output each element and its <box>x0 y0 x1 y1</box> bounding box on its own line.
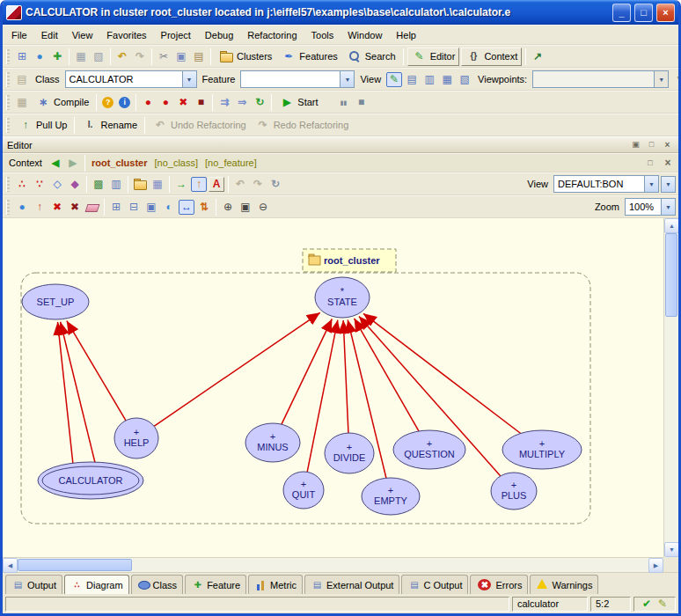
features-button[interactable]: ✒ Features <box>277 48 340 65</box>
inheritance-edge-help-set_up[interactable] <box>67 321 126 421</box>
horizontal-scrollbar[interactable]: ◀ ▶ <box>3 557 663 572</box>
export-image-icon[interactable]: ▩ <box>91 177 106 192</box>
new-window-icon[interactable]: ⊞ <box>14 49 30 64</box>
toolbar-grip[interactable] <box>6 118 10 133</box>
sort-links-icon[interactable]: ⇅ <box>196 200 212 215</box>
feature-combo-dropdown-icon[interactable]: ▼ <box>340 71 354 87</box>
layout-grid-icon[interactable]: ⊞ <box>108 200 124 215</box>
tab-output[interactable]: ▤ Output <box>5 575 62 594</box>
inheritance-link-icon[interactable]: ◇ <box>49 177 65 192</box>
stop-compile-icon[interactable]: ■ <box>193 95 209 110</box>
layout-fill-icon[interactable]: ▣ <box>143 200 159 215</box>
feature-combo[interactable]: ▼ <box>240 70 355 88</box>
inheritance-edge-help-state[interactable] <box>154 312 320 426</box>
diagram-node-state[interactable]: *STATE <box>315 277 370 318</box>
help-icon[interactable]: ? <box>102 97 114 108</box>
context-maximize-icon[interactable]: □ <box>642 156 658 171</box>
undo-icon[interactable]: ↶ <box>114 49 130 64</box>
diagram-folder-icon[interactable] <box>132 177 148 192</box>
viewpoints-combo[interactable]: ▼ <box>532 70 669 88</box>
diagram-undo-icon[interactable]: ↶ <box>232 177 248 192</box>
scroll-left-button[interactable]: ◀ <box>3 558 18 573</box>
menu-item-edit[interactable]: Edit <box>35 27 64 43</box>
viewpoints-combo-dropdown-icon[interactable]: ▼ <box>654 71 668 87</box>
close-pane-icon[interactable]: × <box>661 137 674 152</box>
maximize-button[interactable]: □ <box>634 4 653 22</box>
diagram-node-multiply[interactable]: +MULTIPLY <box>502 430 582 469</box>
vertical-scrollbar[interactable]: ▲ ▼ <box>663 218 678 557</box>
diagram-view-combo[interactable]: DEFAULT:BON ▼ <box>553 175 659 193</box>
eraser-tool-icon[interactable] <box>84 200 100 215</box>
diagram-node-calculator[interactable]: CALCULATOR <box>38 462 143 499</box>
melt-icon[interactable]: ● <box>140 95 156 110</box>
horizontal-scroll-thumb[interactable] <box>18 559 132 571</box>
diagram-grid-icon[interactable]: ▦ <box>150 177 165 192</box>
diagram-node-plus[interactable]: +PLUS <box>491 473 537 510</box>
diagram-view-menu-button[interactable]: ▼ <box>661 176 676 193</box>
diagram-node-quit[interactable]: +QUIT <box>283 472 324 509</box>
delete-tool-icon[interactable]: ✖ <box>49 200 65 215</box>
diagram-history-icon[interactable]: ↻ <box>267 177 283 192</box>
pause-icon[interactable]: ▮▮ <box>336 95 352 110</box>
view-clients-icon[interactable]: ▥ <box>421 72 437 87</box>
menu-item-file[interactable]: File <box>5 27 33 43</box>
paste-diagram-icon[interactable]: ▤ <box>14 72 30 87</box>
menu-item-refactoring[interactable]: Refactoring <box>241 27 303 43</box>
class-combo[interactable]: CALCULATOR ▼ <box>65 70 197 88</box>
menu-item-view[interactable]: View <box>66 27 99 43</box>
stop-debug-icon[interactable]: ■ <box>354 95 370 110</box>
recompile-icon[interactable]: ↻ <box>252 95 267 110</box>
open-project-icon[interactable]: ● <box>32 49 48 64</box>
start-button[interactable]: ▶ Start <box>275 94 321 111</box>
diagram-node-empty[interactable]: +EMPTY <box>362 478 420 515</box>
context-mode-button[interactable]: {} Context <box>461 48 522 66</box>
inheritance-edge-divide-state[interactable] <box>343 320 348 433</box>
maximize-pane-icon[interactable]: □ <box>645 137 658 152</box>
diagram-canvas[interactable]: root_clusterSET_UP*STATE+HELPCALCULATOR+… <box>3 218 663 557</box>
zoom-fit-icon[interactable]: ▣ <box>238 200 253 215</box>
add-class-icon[interactable]: ✚ <box>49 49 65 64</box>
export-window-icon[interactable]: ▥ <box>108 177 124 192</box>
inheritance-edge-question-state[interactable] <box>355 319 419 431</box>
diagram-redo-icon[interactable]: ↷ <box>250 177 266 192</box>
menu-item-window[interactable]: Window <box>341 27 388 43</box>
diagram-node-question[interactable]: +QUESTION <box>393 430 465 469</box>
zoom-in-icon[interactable]: ⊕ <box>220 200 236 215</box>
menu-item-help[interactable]: Help <box>390 27 422 43</box>
view-flat-icon[interactable]: ▤ <box>404 72 420 87</box>
zoom-combo-dropdown-icon[interactable]: ▼ <box>661 199 675 215</box>
info-icon[interactable]: i <box>119 97 130 108</box>
tab-class[interactable]: Class <box>131 575 184 594</box>
tab-external-output[interactable]: ▤ External Output <box>304 575 399 594</box>
menu-item-debug[interactable]: Debug <box>199 27 239 43</box>
ancestor-level-icon[interactable]: ↑ <box>191 177 207 192</box>
text-tool-icon[interactable]: A <box>209 177 224 192</box>
pull-up-button[interactable]: ↑ Pull Up <box>14 117 70 134</box>
toolbar-grip[interactable] <box>6 177 10 192</box>
view-editor-icon[interactable]: ✎ <box>386 72 402 87</box>
diagram-node-divide[interactable]: +DIVIDE <box>325 433 374 473</box>
redo-icon[interactable]: ↷ <box>132 49 148 64</box>
float-pane-icon[interactable]: ▣ <box>629 137 642 152</box>
context-back-icon[interactable]: ◀ <box>48 156 63 171</box>
save-all-icon[interactable]: ▧ <box>91 49 106 64</box>
diagram-node-set_up[interactable]: SET_UP <box>22 284 89 319</box>
cluster-relations-icon[interactable]: ∵ <box>32 177 48 192</box>
cut-icon[interactable]: ✂ <box>156 49 172 64</box>
layout-circle-icon[interactable]: ◐ <box>161 200 177 215</box>
search-button[interactable]: Search <box>343 48 399 65</box>
zoom-out-icon[interactable]: ⊖ <box>255 200 271 215</box>
toolbar-grip[interactable] <box>6 72 10 87</box>
clusters-button[interactable]: Clusters <box>215 48 275 65</box>
zoom-combo[interactable]: 100% ▼ <box>625 198 676 216</box>
view-descendants-icon[interactable]: ▧ <box>457 72 472 87</box>
external-editor-icon[interactable]: ↗ <box>530 49 546 64</box>
toolbar-grip[interactable] <box>6 200 10 215</box>
undo-refactoring-button[interactable]: ↶ Undo Refactoring <box>149 117 250 134</box>
class-relations-icon[interactable]: ∴ <box>14 177 30 192</box>
copy-icon[interactable]: ▣ <box>173 49 189 64</box>
save-icon[interactable]: ▦ <box>73 49 89 64</box>
context-cluster-crumb[interactable]: root_cluster <box>89 158 150 168</box>
title-bar[interactable]: CALCULATOR in cluster root_cluster locat… <box>3 0 678 25</box>
inheritance-edge-multiply-state[interactable] <box>363 313 521 433</box>
